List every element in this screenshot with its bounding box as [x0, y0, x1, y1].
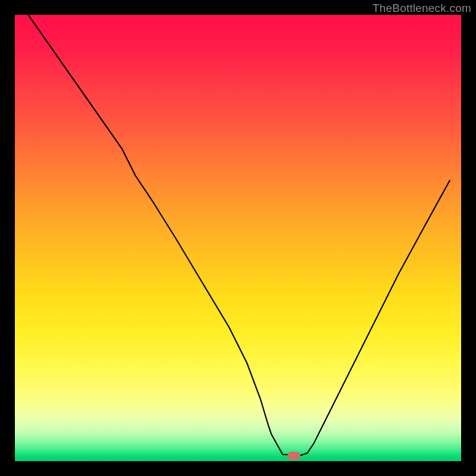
chart-container: TheBottleneck.com — [0, 0, 476, 476]
chart-plot-area — [15, 15, 461, 461]
chart-curve-svg — [15, 15, 461, 461]
bottleneck-curve — [29, 15, 450, 455]
chart-marker — [287, 452, 300, 460]
watermark-text: TheBottleneck.com — [372, 2, 471, 15]
